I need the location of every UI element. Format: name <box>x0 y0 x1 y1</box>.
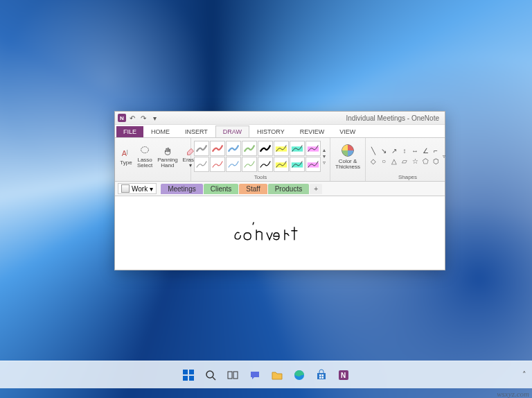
section-tabs: MeetingsClientsStaffProducts+ <box>161 184 322 194</box>
back-button[interactable]: ↶ <box>127 113 137 123</box>
chevron-down-icon: ▾ <box>150 185 153 193</box>
shape-swatch[interactable]: ╲ <box>369 146 378 156</box>
section-tab[interactable]: Products <box>268 184 309 194</box>
svg-rect-19 <box>319 374 321 377</box>
ribbon-group-color: Color & Thickness <box>330 138 366 181</box>
pen-swatch[interactable] <box>194 141 209 156</box>
add-section-button[interactable]: + <box>310 184 322 194</box>
section-tab[interactable]: Clients <box>204 184 239 194</box>
search-button[interactable] <box>201 365 220 385</box>
svg-rect-21 <box>319 377 321 379</box>
tab-history[interactable]: HISTORY <box>249 126 292 137</box>
taskbar: N ˄ <box>0 361 532 388</box>
color-wheel-icon <box>340 143 355 158</box>
svg-rect-17 <box>233 372 238 379</box>
quick-access-toolbar: N ↶ ↷ ▾ <box>118 113 159 123</box>
svg-point-2 <box>141 147 149 153</box>
pen-swatch[interactable] <box>194 157 209 172</box>
ribbon-tab-strip: FILE HOME INSERT DRAW HISTORY REVIEW VIE… <box>115 125 445 137</box>
shape-swatch[interactable]: ⬡ <box>431 157 441 166</box>
start-button[interactable] <box>179 365 198 385</box>
chat-button[interactable] <box>245 365 265 385</box>
store-button[interactable] <box>312 365 331 385</box>
file-tab[interactable]: FILE <box>116 126 143 137</box>
desktop: N ↶ ↷ ▾ Individual Meetings - OneNote FI… <box>0 0 532 398</box>
svg-rect-10 <box>183 370 188 374</box>
task-view-button[interactable] <box>223 365 242 385</box>
color-thickness-button[interactable]: Color & Thickness <box>333 141 362 171</box>
svg-text:N: N <box>341 372 346 379</box>
qat-dropdown[interactable]: ▾ <box>150 113 159 123</box>
shape-swatch[interactable]: △ <box>389 157 399 166</box>
pen-swatch[interactable] <box>290 141 305 156</box>
handwriting-ink <box>115 196 445 270</box>
file-explorer-button[interactable] <box>267 365 287 385</box>
shape-swatch[interactable]: ↘ <box>379 146 389 156</box>
notebook-name: Work <box>132 185 148 193</box>
shape-swatch[interactable]: ⌐ <box>431 146 441 156</box>
pen-swatch[interactable] <box>258 157 273 172</box>
section-tab[interactable]: Meetings <box>161 184 203 194</box>
pen-swatch[interactable] <box>305 141 321 156</box>
shape-swatch[interactable]: ↗ <box>389 146 399 156</box>
notebook-selector[interactable]: Work ▾ <box>118 183 157 194</box>
tray-chevron-icon[interactable]: ˄ <box>522 370 526 379</box>
pen-swatch[interactable] <box>290 157 305 172</box>
pen-swatch[interactable] <box>226 141 241 156</box>
pen-swatch[interactable] <box>242 157 257 172</box>
svg-rect-13 <box>189 376 194 381</box>
svg-rect-22 <box>322 377 324 379</box>
tab-view[interactable]: VIEW <box>332 126 363 137</box>
shape-swatch[interactable]: ↕ <box>400 146 409 156</box>
hand-icon <box>161 144 174 157</box>
ribbon: A| Type Lasso Select Panning Hand Eraser… <box>115 137 445 182</box>
pen-swatch[interactable] <box>305 157 321 172</box>
onenote-window: N ↶ ↷ ▾ Individual Meetings - OneNote FI… <box>114 111 445 270</box>
pen-gallery <box>194 141 321 172</box>
shape-swatch[interactable]: ▱ <box>400 157 409 166</box>
pen-swatch[interactable] <box>274 141 289 156</box>
pen-swatch[interactable] <box>226 157 241 172</box>
ribbon-group-pens: ▴▾▿ Tools <box>191 138 330 181</box>
taskbar-system-tray[interactable]: ˄ <box>522 370 526 379</box>
shape-swatch[interactable]: ○ <box>379 157 389 166</box>
svg-rect-12 <box>183 376 188 381</box>
svg-line-15 <box>213 377 215 380</box>
pen-swatch[interactable] <box>210 141 225 156</box>
pen-gallery-scroll[interactable]: ▴▾▿ <box>321 147 327 166</box>
shape-swatch[interactable]: ⬠ <box>420 157 430 166</box>
tab-review[interactable]: REVIEW <box>292 126 332 137</box>
lasso-icon <box>139 144 151 157</box>
app-taskbar-icon[interactable]: N <box>334 365 353 385</box>
shape-gallery: ╲↘↗↕↔∠⌐◇○△▱☆⬠⬡ <box>369 146 441 166</box>
svg-text:|: | <box>127 149 128 155</box>
type-button[interactable]: A| Type <box>118 146 134 167</box>
lasso-select-button[interactable]: Lasso Select <box>135 143 154 170</box>
tab-draw[interactable]: DRAW <box>215 126 249 137</box>
svg-rect-20 <box>322 374 324 377</box>
tab-home[interactable]: HOME <box>143 126 177 137</box>
shape-swatch[interactable]: ∠ <box>420 146 430 156</box>
undo-button[interactable]: ↷ <box>139 113 148 123</box>
type-icon: A| <box>120 147 132 159</box>
shape-gallery-expand[interactable]: ▿ <box>441 153 447 159</box>
ribbon-group-shapes: ╲↘↗↕↔∠⌐◇○△▱☆⬠⬡ ▿ Shapes <box>366 138 450 181</box>
pen-swatch[interactable] <box>242 141 257 156</box>
shape-swatch[interactable]: ↔ <box>410 146 420 156</box>
svg-rect-11 <box>189 370 194 374</box>
window-title: Individual Meetings - OneNote <box>346 114 439 122</box>
watermark: wsxyz.com <box>497 390 529 398</box>
title-bar: N ↶ ↷ ▾ Individual Meetings - OneNote <box>115 112 445 125</box>
pen-swatch[interactable] <box>210 157 225 172</box>
svg-rect-16 <box>228 372 232 379</box>
section-tab[interactable]: Staff <box>239 184 267 194</box>
shape-swatch[interactable]: ☆ <box>410 157 420 166</box>
tab-insert[interactable]: INSERT <box>177 126 215 137</box>
pen-swatch[interactable] <box>258 141 273 156</box>
shape-swatch[interactable]: ◇ <box>369 157 378 166</box>
pen-swatch[interactable] <box>274 157 289 172</box>
page-canvas[interactable] <box>115 196 445 270</box>
panning-hand-button[interactable]: Panning Hand <box>155 143 179 170</box>
svg-point-14 <box>206 371 213 378</box>
edge-button[interactable] <box>290 365 309 385</box>
